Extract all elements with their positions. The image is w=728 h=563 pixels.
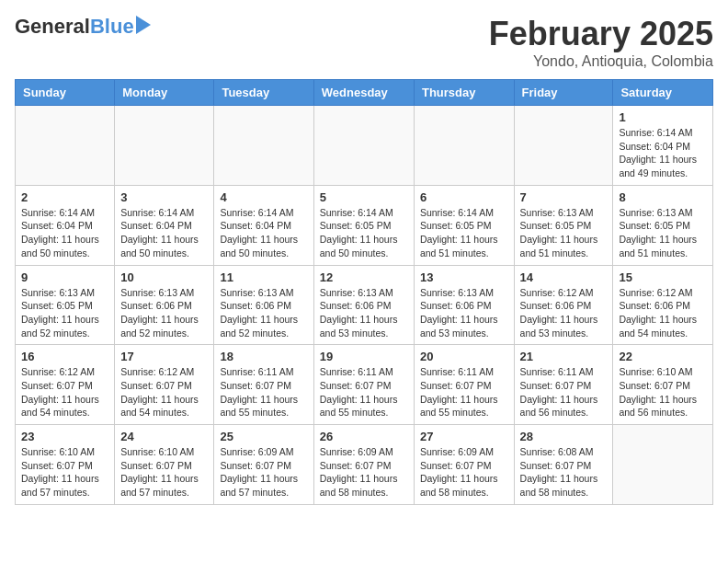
day-info: Sunrise: 6:14 AMSunset: 6:04 PMDaylight:… [220, 206, 307, 260]
day-number: 6 [420, 190, 508, 204]
calendar-cell: 24Sunrise: 6:10 AMSunset: 6:07 PMDayligh… [115, 425, 214, 505]
day-info: Sunrise: 6:12 AMSunset: 6:07 PMDaylight:… [120, 365, 208, 419]
column-header-sunday: Sunday [16, 80, 115, 106]
calendar-cell: 25Sunrise: 6:09 AMSunset: 6:07 PMDayligh… [214, 425, 313, 505]
column-header-thursday: Thursday [414, 80, 514, 106]
calendar-cell: 9Sunrise: 6:13 AMSunset: 6:05 PMDaylight… [16, 265, 115, 345]
column-header-friday: Friday [514, 80, 613, 106]
logo-arrow-icon [136, 16, 151, 34]
day-number: 9 [21, 270, 108, 284]
day-info: Sunrise: 6:12 AMSunset: 6:07 PMDaylight:… [21, 365, 108, 419]
day-info: Sunrise: 6:11 AMSunset: 6:07 PMDaylight:… [220, 365, 307, 419]
day-number: 25 [220, 430, 307, 443]
day-info: Sunrise: 6:12 AMSunset: 6:06 PMDaylight:… [520, 286, 608, 340]
calendar-header-row: SundayMondayTuesdayWednesdayThursdayFrid… [16, 80, 713, 106]
day-number: 19 [320, 350, 408, 363]
calendar-cell: 2Sunrise: 6:14 AMSunset: 6:04 PMDaylight… [16, 185, 115, 265]
day-info: Sunrise: 6:13 AMSunset: 6:06 PMDaylight:… [220, 286, 307, 340]
day-info: Sunrise: 6:09 AMSunset: 6:07 PMDaylight:… [320, 445, 408, 500]
day-info: Sunrise: 6:13 AMSunset: 6:06 PMDaylight:… [320, 286, 408, 340]
sub-title: Yondo, Antioquia, Colombia [489, 53, 713, 70]
day-number: 21 [520, 350, 608, 363]
calendar-cell [414, 106, 514, 186]
calendar-cell: 3Sunrise: 6:14 AMSunset: 6:04 PMDaylight… [115, 185, 214, 265]
day-info: Sunrise: 6:09 AMSunset: 6:07 PMDaylight:… [220, 445, 307, 500]
calendar-cell: 16Sunrise: 6:12 AMSunset: 6:07 PMDayligh… [16, 345, 115, 425]
day-number: 14 [520, 270, 608, 284]
day-number: 18 [220, 350, 307, 363]
calendar-week-row: 16Sunrise: 6:12 AMSunset: 6:07 PMDayligh… [16, 345, 713, 425]
day-info: Sunrise: 6:10 AMSunset: 6:07 PMDaylight:… [120, 445, 208, 500]
day-info: Sunrise: 6:11 AMSunset: 6:07 PMDaylight:… [520, 365, 608, 419]
calendar-cell: 26Sunrise: 6:09 AMSunset: 6:07 PMDayligh… [313, 425, 414, 505]
title-block: February 2025 Yondo, Antioquia, Colombia [489, 15, 713, 70]
day-number: 24 [120, 430, 208, 443]
calendar-cell: 7Sunrise: 6:13 AMSunset: 6:05 PMDaylight… [514, 185, 613, 265]
column-header-saturday: Saturday [613, 80, 713, 106]
day-info: Sunrise: 6:14 AMSunset: 6:04 PMDaylight:… [21, 206, 108, 260]
calendar-cell: 12Sunrise: 6:13 AMSunset: 6:06 PMDayligh… [313, 265, 414, 345]
day-info: Sunrise: 6:10 AMSunset: 6:07 PMDaylight:… [619, 365, 707, 419]
calendar-cell: 17Sunrise: 6:12 AMSunset: 6:07 PMDayligh… [115, 345, 214, 425]
day-info: Sunrise: 6:13 AMSunset: 6:05 PMDaylight:… [21, 286, 108, 340]
calendar-week-row: 23Sunrise: 6:10 AMSunset: 6:07 PMDayligh… [16, 425, 713, 505]
column-header-monday: Monday [115, 80, 214, 106]
calendar-cell [613, 425, 713, 505]
day-number: 17 [120, 350, 208, 363]
day-number: 16 [21, 350, 108, 363]
calendar-cell: 18Sunrise: 6:11 AMSunset: 6:07 PMDayligh… [214, 345, 313, 425]
main-title: February 2025 [489, 15, 713, 53]
calendar-cell: 22Sunrise: 6:10 AMSunset: 6:07 PMDayligh… [613, 345, 713, 425]
calendar-cell: 4Sunrise: 6:14 AMSunset: 6:04 PMDaylight… [214, 185, 313, 265]
day-info: Sunrise: 6:11 AMSunset: 6:07 PMDaylight:… [420, 365, 508, 419]
logo-blue-text: Blue [90, 15, 134, 39]
day-info: Sunrise: 6:14 AMSunset: 6:05 PMDaylight:… [420, 206, 508, 260]
day-info: Sunrise: 6:11 AMSunset: 6:07 PMDaylight:… [320, 365, 408, 419]
day-info: Sunrise: 6:14 AMSunset: 6:04 PMDaylight:… [120, 206, 208, 260]
day-info: Sunrise: 6:14 AMSunset: 6:05 PMDaylight:… [320, 206, 408, 260]
calendar-cell [214, 106, 313, 186]
column-header-tuesday: Tuesday [214, 80, 313, 106]
day-number: 2 [21, 190, 108, 204]
calendar-cell: 28Sunrise: 6:08 AMSunset: 6:07 PMDayligh… [514, 425, 613, 505]
day-number: 13 [420, 270, 508, 284]
day-info: Sunrise: 6:13 AMSunset: 6:05 PMDaylight:… [520, 206, 608, 260]
calendar-cell: 1Sunrise: 6:14 AMSunset: 6:04 PMDaylight… [613, 106, 713, 186]
day-info: Sunrise: 6:09 AMSunset: 6:07 PMDaylight:… [420, 445, 508, 500]
calendar-week-row: 2Sunrise: 6:14 AMSunset: 6:04 PMDaylight… [16, 185, 713, 265]
calendar-cell: 10Sunrise: 6:13 AMSunset: 6:06 PMDayligh… [115, 265, 214, 345]
calendar-cell: 15Sunrise: 6:12 AMSunset: 6:06 PMDayligh… [613, 265, 713, 345]
day-info: Sunrise: 6:13 AMSunset: 6:06 PMDaylight:… [120, 286, 208, 340]
day-info: Sunrise: 6:13 AMSunset: 6:05 PMDaylight:… [619, 206, 707, 260]
calendar-cell [115, 106, 214, 186]
day-number: 15 [619, 270, 707, 284]
calendar-cell: 6Sunrise: 6:14 AMSunset: 6:05 PMDaylight… [414, 185, 514, 265]
day-number: 12 [320, 270, 408, 284]
calendar-cell [16, 106, 115, 186]
day-number: 4 [220, 190, 307, 204]
day-number: 11 [220, 270, 307, 284]
column-header-wednesday: Wednesday [313, 80, 414, 106]
calendar-cell: 5Sunrise: 6:14 AMSunset: 6:05 PMDaylight… [313, 185, 414, 265]
calendar-week-row: 9Sunrise: 6:13 AMSunset: 6:05 PMDaylight… [16, 265, 713, 345]
page-header: General Blue February 2025 Yondo, Antioq… [15, 15, 713, 70]
day-number: 26 [320, 430, 408, 443]
day-number: 23 [21, 430, 108, 443]
calendar-cell: 21Sunrise: 6:11 AMSunset: 6:07 PMDayligh… [514, 345, 613, 425]
day-number: 20 [420, 350, 508, 363]
day-number: 10 [120, 270, 208, 284]
day-number: 22 [619, 350, 707, 363]
day-number: 28 [520, 430, 608, 443]
calendar-cell: 19Sunrise: 6:11 AMSunset: 6:07 PMDayligh… [313, 345, 414, 425]
day-number: 3 [120, 190, 208, 204]
day-number: 7 [520, 190, 608, 204]
calendar-cell: 13Sunrise: 6:13 AMSunset: 6:06 PMDayligh… [414, 265, 514, 345]
day-info: Sunrise: 6:08 AMSunset: 6:07 PMDaylight:… [520, 445, 608, 500]
calendar-week-row: 1Sunrise: 6:14 AMSunset: 6:04 PMDaylight… [16, 106, 713, 186]
day-info: Sunrise: 6:13 AMSunset: 6:06 PMDaylight:… [420, 286, 508, 340]
calendar-cell: 23Sunrise: 6:10 AMSunset: 6:07 PMDayligh… [16, 425, 115, 505]
calendar-table: SundayMondayTuesdayWednesdayThursdayFrid… [15, 79, 713, 505]
day-number: 1 [619, 110, 707, 124]
day-number: 27 [420, 430, 508, 443]
day-number: 8 [619, 190, 707, 204]
